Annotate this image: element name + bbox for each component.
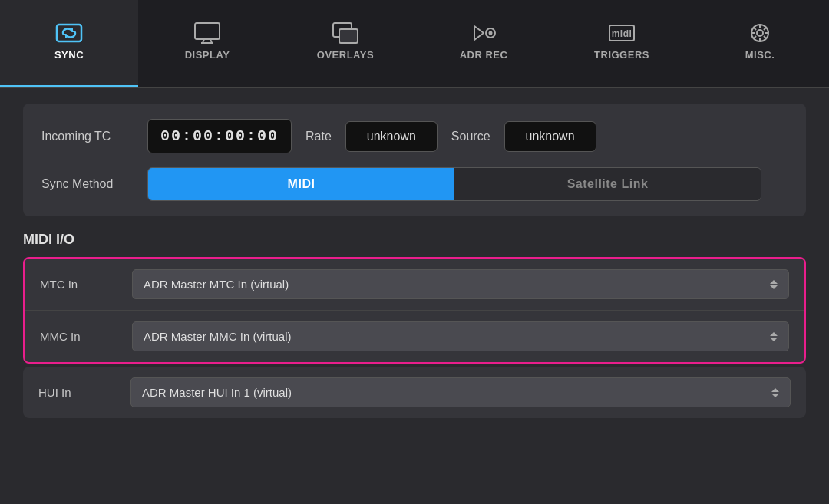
nav-label-display: DISPLAY — [185, 49, 230, 61]
tc-label: Incoming TC — [41, 130, 134, 143]
hui-in-select[interactable]: ADR Master HUI In 1 (virtual) — [130, 377, 791, 407]
source-label: Source — [451, 130, 490, 143]
arrow-up-icon — [770, 280, 778, 284]
triggers-icon: midi — [608, 21, 636, 44]
hui-in-value: ADR Master HUI In 1 (virtual) — [142, 386, 292, 399]
arrow-up-icon — [771, 388, 779, 392]
nav-label-triggers: TRIGGERS — [594, 49, 649, 61]
sync-method-label: Sync Method — [41, 177, 134, 191]
mmc-in-arrow — [770, 332, 778, 341]
main-content: Incoming TC 00:00:00:00 Rate unknown Sou… — [0, 88, 829, 433]
mmc-in-select[interactable]: ADR Master MMC In (virtual) — [132, 321, 789, 351]
svg-rect-6 — [339, 29, 358, 43]
nav-item-misc[interactable]: MISC. — [691, 0, 829, 87]
svg-line-19 — [764, 28, 766, 30]
arrow-down-icon — [770, 285, 778, 289]
mmc-in-row: MMC In ADR Master MMC In (virtual) — [25, 311, 804, 362]
tc-display: 00:00:00:00 — [147, 119, 292, 153]
nav-item-adr-rec[interactable]: ADR REC — [414, 0, 553, 87]
mmc-in-value: ADR Master MMC In (virtual) — [144, 330, 292, 343]
svg-rect-0 — [57, 25, 81, 41]
sync-method-row: Sync Method MIDI Satellite Link — [41, 167, 788, 201]
svg-rect-1 — [195, 23, 220, 39]
sync-btn-midi[interactable]: MIDI — [148, 168, 454, 200]
arrow-down-icon — [771, 394, 779, 397]
adr-rec-icon — [470, 21, 497, 44]
display-icon — [193, 21, 221, 44]
nav-item-sync[interactable]: SYNC — [0, 0, 138, 87]
rate-value: unknown — [345, 121, 438, 152]
sync-toggle: MIDI Satellite Link — [147, 167, 761, 201]
nav-item-display[interactable]: DISPLAY — [138, 0, 276, 87]
hui-in-row: HUI In ADR Master HUI In 1 (virtual) — [23, 367, 806, 418]
hui-in-label: HUI In — [38, 386, 115, 399]
overlays-icon — [332, 21, 359, 44]
arrow-up-icon — [770, 332, 778, 336]
top-navigation: SYNC DISPLAY OVERLAYS ADR REC midi — [0, 0, 829, 88]
incoming-tc-row: Incoming TC 00:00:00:00 Rate unknown Sou… — [41, 119, 788, 153]
mtc-in-arrow — [770, 280, 778, 289]
midi-io-title: MIDI I/O — [23, 232, 806, 248]
rate-label: Rate — [306, 130, 332, 143]
arrow-down-icon — [770, 338, 778, 341]
svg-line-18 — [764, 36, 766, 38]
mtc-in-select[interactable]: ADR Master MTC In (virtual) — [132, 269, 789, 299]
midi-io-partial-card: HUI In ADR Master HUI In 1 (virtual) — [23, 367, 806, 418]
mmc-in-label: MMC In — [40, 330, 117, 343]
hui-in-arrow — [771, 388, 779, 397]
svg-text:midi: midi — [612, 28, 632, 39]
nav-item-triggers[interactable]: midi TRIGGERS — [553, 0, 691, 87]
tc-sync-card: Incoming TC 00:00:00:00 Rate unknown Sou… — [23, 104, 806, 216]
mtc-in-row: MTC In ADR Master MTC In (virtual) — [25, 259, 804, 311]
sync-icon — [55, 21, 83, 44]
nav-item-overlays[interactable]: OVERLAYS — [276, 0, 414, 87]
mtc-in-label: MTC In — [40, 278, 117, 291]
svg-line-17 — [754, 28, 756, 30]
nav-label-sync: SYNC — [54, 49, 84, 61]
svg-point-12 — [757, 30, 763, 36]
nav-label-misc: MISC. — [745, 49, 775, 61]
sync-btn-satellite[interactable]: Satellite Link — [454, 168, 761, 200]
misc-icon — [746, 21, 774, 44]
nav-label-adr-rec: ADR REC — [460, 49, 508, 61]
svg-point-8 — [489, 31, 493, 35]
mtc-in-value: ADR Master MTC In (virtual) — [144, 278, 289, 291]
svg-line-20 — [754, 36, 756, 38]
midi-io-highlighted-card: MTC In ADR Master MTC In (virtual) MMC I… — [23, 257, 806, 364]
nav-label-overlays: OVERLAYS — [317, 49, 374, 61]
source-value: unknown — [504, 121, 596, 152]
